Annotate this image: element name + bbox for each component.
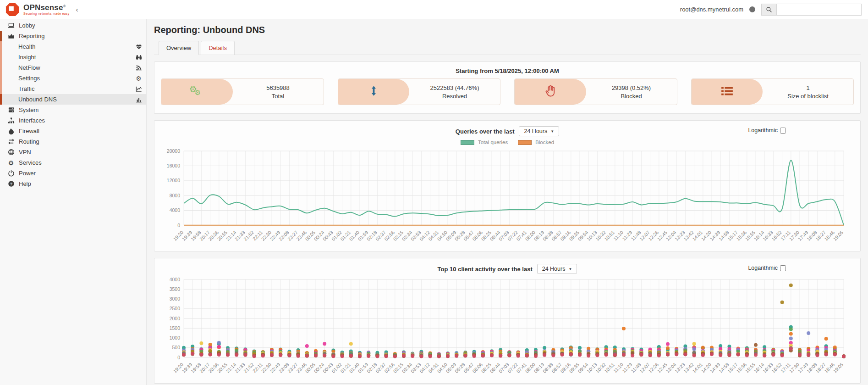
legend-label: Blocked bbox=[535, 139, 554, 145]
legend-item-total-queries: Total queries bbox=[461, 139, 508, 145]
sidebar-item-interfaces[interactable]: Interfaces bbox=[0, 115, 146, 126]
stat-label: Size of blocklist bbox=[787, 93, 829, 100]
legend-swatch bbox=[518, 140, 532, 145]
tab-overview[interactable]: Overview bbox=[159, 41, 199, 55]
area-chart-icon bbox=[7, 33, 15, 40]
stat-value: 1 bbox=[806, 84, 809, 91]
svg-text:8000: 8000 bbox=[170, 193, 181, 198]
laptop-icon bbox=[7, 22, 15, 29]
line-chart-icon bbox=[135, 85, 142, 92]
sidebar-item-firewall[interactable]: Firewall bbox=[0, 126, 146, 136]
svg-text:500: 500 bbox=[172, 345, 180, 350]
sidebar-item-help[interactable]: ?Help bbox=[0, 179, 146, 189]
tab-bar: OverviewDetails bbox=[154, 41, 861, 55]
binoculars-icon bbox=[135, 54, 142, 61]
sidebar-collapse-icon[interactable]: ‹ bbox=[76, 6, 78, 13]
stats-heading: Starting from 5/18/2025, 12:00:00 AM bbox=[160, 67, 855, 74]
clients-chart-canvas: 0500100015002000250030003500400019:2019:… bbox=[160, 277, 856, 379]
svg-text:20000: 20000 bbox=[167, 148, 180, 154]
main-content: Reporting: Unbound DNS OverviewDetails S… bbox=[147, 19, 868, 385]
stats-panel: Starting from 5/18/2025, 12:00:00 AM ⚙⚙5… bbox=[154, 61, 861, 114]
page-title: Reporting: Unbound DNS bbox=[154, 25, 861, 35]
stats-cards: ⚙⚙5635988Total2522583 (44.76%)Resolved29… bbox=[161, 78, 854, 105]
stat-value: 29398 (0.52%) bbox=[612, 84, 651, 91]
gear-icon: ⚙ bbox=[7, 159, 15, 167]
svg-text:19:05: 19:05 bbox=[832, 229, 844, 242]
stat-card-icon-area bbox=[692, 79, 763, 105]
legend-swatch bbox=[461, 140, 474, 145]
svg-text:4000: 4000 bbox=[170, 207, 181, 213]
brand-name: OPNsense bbox=[23, 3, 63, 12]
stat-card-resolved: 2522583 (44.76%)Resolved bbox=[338, 78, 501, 105]
logged-in-user: root@dns.mynetrul.com bbox=[680, 6, 743, 13]
heartbeat-icon bbox=[135, 43, 142, 50]
queries-range-dropdown[interactable]: 24 Hours▼ bbox=[519, 126, 559, 136]
sidebar-item-label: Traffic bbox=[18, 85, 34, 92]
queries-logarithmic-checkbox[interactable] bbox=[780, 128, 786, 134]
sidebar-item-label: Routing bbox=[19, 138, 39, 145]
stat-card-icon-area bbox=[515, 79, 586, 105]
clients-logarithmic-label: Logarithmic bbox=[748, 265, 778, 271]
gears-icon: ⚙⚙ bbox=[189, 85, 205, 99]
sidebar-item-label: Services bbox=[19, 159, 42, 166]
queries-chart-panel: Queries over the last 24 Hours▼ Logarith… bbox=[154, 120, 861, 251]
fire-icon bbox=[7, 128, 15, 135]
sidebar-item-label: Interfaces bbox=[19, 117, 45, 124]
sidebar-item-lobby[interactable]: Lobby bbox=[0, 20, 146, 31]
search-input[interactable] bbox=[776, 4, 862, 16]
sidebar-item-settings[interactable]: Settings⚙ bbox=[0, 73, 146, 84]
sidebar-item-label: NetFlow bbox=[18, 64, 40, 71]
sidebar-item-label: Settings bbox=[18, 75, 40, 82]
queries-logarithmic-label: Logarithmic bbox=[748, 127, 778, 134]
hand-stop-icon bbox=[545, 85, 556, 99]
clients-logarithmic-checkbox[interactable] bbox=[780, 265, 786, 271]
clients-range-dropdown[interactable]: 24 Hours▼ bbox=[537, 264, 577, 274]
sidebar-item-traffic[interactable]: Traffic bbox=[0, 84, 146, 94]
tab-details[interactable]: Details bbox=[201, 41, 235, 55]
stat-card-icon-area bbox=[338, 79, 410, 105]
globe-icon bbox=[7, 149, 15, 156]
svg-text:1500: 1500 bbox=[170, 325, 181, 331]
svg-text:3000: 3000 bbox=[170, 296, 181, 301]
arrows-vertical-icon bbox=[370, 85, 377, 98]
sidebar-item-routing[interactable]: Routing bbox=[0, 136, 146, 147]
search-group bbox=[761, 4, 862, 16]
legend-item-blocked: Blocked bbox=[518, 139, 554, 145]
stat-card-blocked: 29398 (0.52%)Blocked bbox=[514, 78, 677, 105]
rss-icon bbox=[135, 64, 142, 71]
svg-text:19:05: 19:05 bbox=[832, 362, 844, 374]
sidebar-item-vpn[interactable]: VPN bbox=[0, 147, 146, 157]
queries-legend: Total queriesBlocked bbox=[160, 138, 855, 146]
sidebar-item-services[interactable]: ⚙Services bbox=[0, 157, 146, 168]
sidebar-item-power[interactable]: Power bbox=[0, 168, 146, 179]
svg-text:0: 0 bbox=[177, 355, 180, 360]
sidebar-item-insight[interactable]: Insight bbox=[0, 52, 146, 62]
opnsense-logo-icon bbox=[5, 3, 19, 17]
sidebar-item-label: VPN bbox=[19, 149, 31, 156]
chevron-down-icon: ▼ bbox=[568, 267, 572, 271]
list-icon bbox=[721, 86, 733, 98]
brand-reg: ® bbox=[63, 4, 66, 8]
stat-label: Total bbox=[272, 93, 284, 100]
svg-text:12000: 12000 bbox=[167, 178, 180, 183]
queries-chart-title: Queries over the last bbox=[456, 128, 515, 135]
sidebar-item-label: Power bbox=[19, 170, 36, 177]
sidebar-item-label: Lobby bbox=[19, 22, 35, 29]
sidebar-item-netflow[interactable]: NetFlow bbox=[0, 62, 146, 73]
sidebar-item-reporting[interactable]: Reporting bbox=[0, 31, 146, 41]
svg-text:2500: 2500 bbox=[170, 306, 181, 311]
search-icon bbox=[761, 4, 776, 16]
legend-label: Total queries bbox=[478, 139, 508, 145]
svg-text:?: ? bbox=[10, 182, 12, 186]
sidebar-item-health[interactable]: Health bbox=[0, 41, 146, 52]
svg-text:16000: 16000 bbox=[167, 163, 180, 168]
server-icon bbox=[7, 106, 15, 114]
stat-value: 5635988 bbox=[266, 84, 290, 91]
svg-text:2000: 2000 bbox=[170, 316, 181, 321]
sidebar-item-label: Help bbox=[19, 180, 31, 187]
user-status-dot bbox=[749, 6, 755, 12]
sidebar-item-label: System bbox=[19, 106, 38, 113]
sidebar-item-label: Insight bbox=[18, 54, 36, 61]
sidebar-item-unbound-dns[interactable]: Unbound DNS bbox=[0, 94, 146, 105]
sidebar-item-system[interactable]: System bbox=[0, 105, 146, 115]
